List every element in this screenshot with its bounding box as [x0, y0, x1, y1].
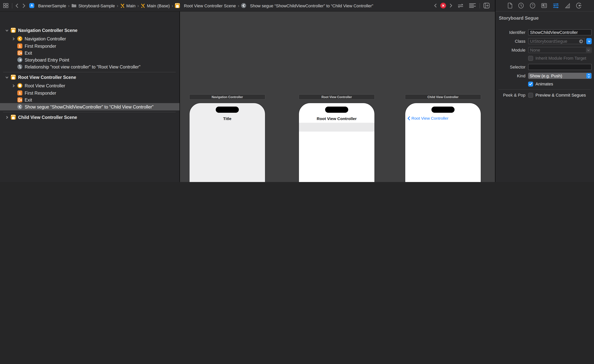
class-label: Class [495, 39, 526, 44]
identifier-label: Identifier [495, 30, 526, 35]
chevron-right-icon[interactable] [12, 37, 15, 40]
inspector-divider [499, 89, 591, 90]
breadcrumb-storyboard[interactable]: Main [120, 3, 135, 8]
outline-label: Root View Controller Scene [18, 75, 76, 79]
chevron-right-icon[interactable] [12, 84, 15, 87]
add-editor-button[interactable] [483, 3, 490, 8]
quick-help-inspector-icon[interactable]: ? [530, 3, 535, 8]
peek-pop-checkbox[interactable] [528, 92, 533, 98]
selector-row: Selector [495, 64, 592, 70]
outline-label: Storyboard Entry Point [25, 58, 69, 62]
connections-inspector-icon[interactable] [576, 3, 582, 8]
class-row: Class UIStoryboardSegue [495, 38, 592, 44]
xcode-window: A BannerSample › Storyboard-Sample › Mai… [0, 0, 594, 182]
svg-text:?: ? [532, 4, 533, 7]
storyboard-canvas[interactable]: Navigation Controller Root View Controll… [180, 12, 495, 182]
issues-back-button[interactable] [434, 3, 437, 8]
phone-child-view-controller[interactable]: Root View Controller [405, 103, 481, 182]
inherit-module-checkbox[interactable] [528, 56, 533, 61]
segue-icon [17, 104, 22, 109]
editor-options-icon[interactable] [469, 3, 476, 8]
dynamic-island [432, 107, 455, 113]
module-label: Module [495, 48, 526, 52]
forward-button[interactable] [22, 3, 25, 8]
back-button[interactable]: Root View Controller [408, 116, 448, 120]
inherit-module-row: Inherit Module From Target [495, 55, 592, 61]
issues-forward-button[interactable] [450, 3, 452, 8]
outline-row-relationship[interactable]: Relationship "root view controller" to "… [0, 63, 180, 70]
outline-row-first-responder[interactable]: 1 First Responder [0, 89, 180, 97]
chevron-left-icon [408, 116, 410, 120]
selector-field[interactable] [528, 64, 592, 70]
entry-point-icon [17, 57, 22, 62]
phone-root-view-controller[interactable]: Root View Controller Go To The Next View… [298, 103, 375, 182]
identifier-field[interactable]: ShowChildViewController [528, 29, 592, 35]
segue-icon [241, 3, 246, 8]
class-field[interactable]: UIStoryboardSegue [528, 38, 585, 44]
outline-row-show-segue-selected[interactable]: Show segue “ShowChildViewController” to … [0, 103, 180, 110]
module-popup[interactable]: None [528, 47, 592, 53]
breadcrumb-base[interactable]: Main (Base) [141, 3, 170, 8]
kind-stepper-icon [586, 73, 591, 78]
error-badge[interactable] [440, 3, 446, 8]
outline-label: Exit [25, 98, 32, 102]
banner-view[interactable] [299, 123, 374, 132]
outline-row-root-view-controller[interactable]: Root View Controller [0, 82, 180, 89]
outline-row-navigation-controller-scene[interactable]: ‹ Navigation Controller Scene [0, 26, 180, 34]
outline-row-exit[interactable]: Exit [0, 49, 180, 57]
inspector-section-title: Storyboard Segue [499, 15, 594, 21]
file-inspector-icon[interactable] [508, 3, 512, 8]
relationship-icon [17, 64, 22, 69]
folder-icon [71, 3, 77, 8]
chevron-down-icon[interactable] [5, 29, 8, 32]
history-inspector-icon[interactable] [518, 3, 524, 8]
outline-row-navigation-controller[interactable]: Navigation Controller [0, 35, 180, 42]
outline-row-child-view-controller-scene[interactable]: Child View Controller Scene [0, 114, 180, 121]
divider [12, 3, 12, 8]
scene-titlebar-navigation-controller[interactable]: Navigation Controller [189, 94, 265, 100]
outline-label: First Responder [25, 44, 56, 48]
navigation-controller-icon [17, 36, 22, 41]
editor-grid-icon[interactable] [3, 3, 9, 8]
breadcrumb-folder[interactable]: Storyboard-Sample [71, 3, 115, 8]
outline-label: Navigation Controller Scene [18, 28, 77, 32]
animates-checkbox[interactable] [528, 81, 533, 86]
outline-label: Child View Controller Scene [18, 115, 77, 119]
class-jump-icon[interactable] [579, 39, 583, 44]
animates-row: Animates [495, 81, 592, 87]
kind-label: Kind [495, 73, 526, 78]
scene-titlebar-root-view-controller[interactable]: Root View Controller [298, 94, 375, 100]
storyboard-file-icon [120, 3, 125, 8]
outline-row-first-responder[interactable]: 1 First Responder [0, 42, 180, 50]
module-chevron-icon [586, 48, 591, 52]
kind-popup[interactable]: Show (e.g. Push) [528, 73, 592, 79]
outline-divider [3, 72, 176, 72]
scene-titlebar-child-view-controller[interactable]: Child View Controller [405, 94, 481, 100]
identifier-row: Identifier ShowChildViewController [495, 29, 592, 35]
chevron-right-icon[interactable] [5, 116, 8, 119]
code-review-icon[interactable] [457, 3, 464, 8]
divider [479, 3, 480, 8]
app-icon: A [29, 3, 34, 8]
outline-label: Exit [25, 51, 32, 55]
identity-inspector-icon[interactable] [541, 3, 547, 8]
first-responder-icon: 1 [17, 44, 22, 48]
breadcrumb-project[interactable]: A BannerSample [29, 3, 66, 8]
size-inspector-icon[interactable] [565, 3, 570, 8]
breadcrumb-segue[interactable]: Show segue “ShowChildViewController” to … [241, 3, 373, 8]
scene-icon: ‹ [11, 28, 16, 33]
outline-row-entry-point[interactable]: Storyboard Entry Point [0, 56, 180, 64]
class-dropdown-button[interactable] [586, 38, 592, 44]
outline-row-root-view-controller-scene[interactable]: Root View Controller Scene [0, 73, 180, 81]
outline-row-exit[interactable]: Exit [0, 96, 180, 104]
nav-bar-title: Title [189, 116, 265, 121]
phone-navigation-controller[interactable]: Title Navigation Controller [189, 103, 265, 182]
scene-icon [11, 75, 16, 80]
outline-label: Relationship "root view controller" to "… [25, 65, 140, 69]
chevron-down-icon[interactable] [5, 76, 8, 79]
back-button[interactable] [15, 3, 19, 8]
peek-pop-row: Peek & Pop Preview & Commit Segues [495, 92, 592, 98]
breadcrumb-scene[interactable]: Root View Controller Scene [175, 3, 236, 8]
attributes-inspector-icon[interactable] [553, 3, 559, 8]
module-row: Module None [495, 47, 592, 53]
